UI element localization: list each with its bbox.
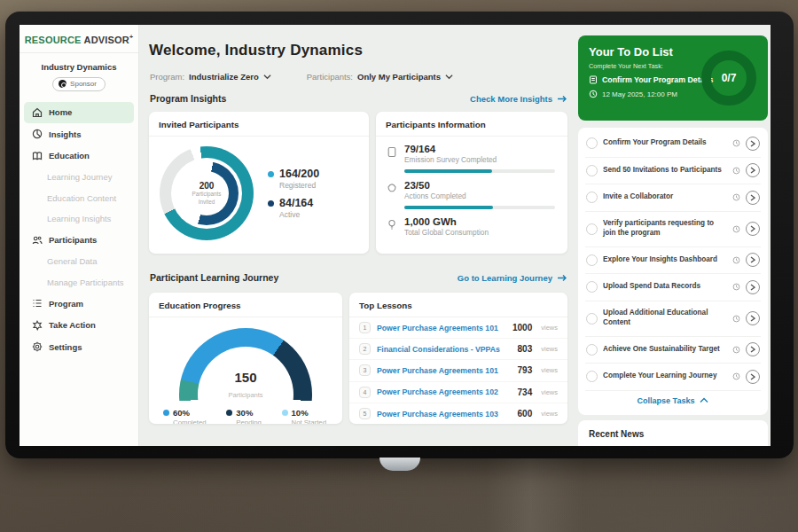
go-to-learning-journey-link[interactable]: Go to Learning Journey <box>458 273 567 283</box>
program-filter-value: Industrialize Zero <box>189 72 259 82</box>
task-checkbox[interactable] <box>586 137 598 149</box>
task-open-button[interactable] <box>746 253 760 267</box>
task-open-button[interactable] <box>746 222 760 236</box>
sidebar-item-insights[interactable]: Insights <box>24 123 134 145</box>
task-open-button[interactable] <box>746 191 760 205</box>
sidebar-nav: Home Insights Education Learning Journey… <box>20 102 138 358</box>
views-suffix: views <box>541 366 558 374</box>
sidebar-item-take-action[interactable]: Take Action <box>24 315 134 337</box>
chevron-down-icon <box>263 73 271 81</box>
lesson-views: 803 <box>518 344 533 354</box>
task-row[interactable]: Upload Spend Data Records <box>585 274 761 301</box>
task-row[interactable]: Complete Your Learning Journey <box>585 364 761 391</box>
lesson-rank: 1 <box>359 322 371 333</box>
sidebar-item-learning-journey[interactable]: Learning Journey <box>20 167 138 188</box>
task-open-button[interactable] <box>746 163 760 177</box>
page-title: Welcome, Industry Dynamics <box>149 42 363 59</box>
top-lessons-card: Top Lessons 1 Power Purchase Agreements … <box>349 293 567 424</box>
todo-task-list: Confirm Your Program Details Send 50 Inv… <box>578 128 768 415</box>
lesson-link[interactable]: Power Purchase Agreements 103 <box>377 410 512 419</box>
sponsor-badge[interactable]: Sponsor <box>52 77 106 91</box>
sidebar-item-program[interactable]: Program <box>24 293 134 315</box>
donut-center-label: 200 Participants Invited <box>186 173 227 214</box>
collapse-tasks-link[interactable]: Collapse Tasks <box>585 391 761 411</box>
pending-label: Pending <box>236 419 262 424</box>
task-checkbox[interactable] <box>586 371 598 382</box>
clock-icon <box>732 346 740 354</box>
task-checkbox[interactable] <box>586 313 598 325</box>
active-dot <box>268 200 274 207</box>
task-label: Explore Your Insights Dashboard <box>603 255 727 265</box>
todo-progress-ring: 0/7 <box>701 51 756 106</box>
list-icon <box>32 298 43 309</box>
participants-dropdown[interactable]: Participants: Only My Participants <box>307 72 453 82</box>
views-suffix: views <box>541 410 558 418</box>
task-row[interactable]: Achieve One Sustainability Target <box>585 337 761 364</box>
lesson-rank: 2 <box>359 343 371 355</box>
legend-registered: 164/200 Registered <box>268 168 319 190</box>
task-open-button[interactable] <box>746 342 760 356</box>
task-open-button[interactable] <box>746 280 760 294</box>
views-suffix: views <box>541 324 558 332</box>
org-name: Industry Dynamics <box>20 62 138 72</box>
task-row[interactable]: Confirm Your Program Details <box>585 130 761 158</box>
task-checkbox[interactable] <box>586 344 598 356</box>
task-label: Confirm Your Program Details <box>603 138 727 148</box>
lesson-link[interactable]: Financial Considerations - VPPAs <box>377 345 512 354</box>
task-checkbox[interactable] <box>586 281 598 293</box>
sidebar-item-label: Settings <box>49 342 82 352</box>
sidebar-item-learning-insights[interactable]: Learning Insights <box>20 208 138 230</box>
legend-completed: 60% Completed <box>163 408 207 424</box>
stat-global-consumption: 1,000 GWh Total Global Consumption <box>376 209 567 237</box>
sidebar-item-education[interactable]: Education <box>24 145 134 168</box>
program-dropdown[interactable]: Program: Industrialize Zero <box>150 72 271 82</box>
task-open-button[interactable] <box>746 311 760 325</box>
education-progress-card: Education Progress 150 Participants 60% … <box>149 293 342 424</box>
lesson-rank: 4 <box>359 387 371 398</box>
legend-not-started: 10% Not Started <box>282 408 326 424</box>
lesson-link[interactable]: Power Purchase Agreements 102 <box>377 387 512 396</box>
arrow-right-icon <box>557 274 567 282</box>
sidebar-item-label: Insights <box>49 129 81 139</box>
not-started-label: Not Started <box>292 419 326 424</box>
task-checkbox[interactable] <box>586 165 598 176</box>
invited-donut-chart: 200 Participants Invited <box>160 146 254 240</box>
actions-icon <box>387 182 397 194</box>
gauge-center-label: 150 Participants <box>179 370 312 401</box>
completed-value: 60% <box>173 408 190 418</box>
clipboard-icon <box>387 145 397 158</box>
todo-summary-card: Your To Do List Complete Your Next Task:… <box>578 35 768 121</box>
sidebar-item-general-data[interactable]: General Data <box>20 251 138 272</box>
lesson-link[interactable]: Power Purchase Agreements 101 <box>377 324 506 332</box>
task-row[interactable]: Upload Additional Educational Content <box>585 301 761 337</box>
stat-value: 1,000 GWh <box>404 216 489 227</box>
task-row[interactable]: Send 50 Invitations to Participants <box>585 158 761 185</box>
clock-icon <box>732 167 740 175</box>
task-row[interactable]: Explore Your Insights Dashboard <box>585 247 761 275</box>
task-checkbox[interactable] <box>586 192 598 203</box>
clock-icon <box>589 90 598 98</box>
sidebar-item-home[interactable]: Home <box>24 102 134 124</box>
sidebar-item-settings[interactable]: Settings <box>24 336 134 358</box>
sidebar-item-label: Education <box>49 151 90 160</box>
pie-chart-icon <box>32 129 43 139</box>
task-row[interactable]: Verify participants requesting to join t… <box>585 212 761 247</box>
sidebar-item-education-content[interactable]: Education Content <box>20 188 138 209</box>
active-value: 84/164 <box>279 197 313 209</box>
logo-text-secondary: ADVISOR <box>83 35 129 45</box>
task-open-button[interactable] <box>746 370 760 384</box>
registered-label: Registered <box>279 181 319 190</box>
task-checkbox[interactable] <box>586 223 598 235</box>
task-open-button[interactable] <box>746 137 760 151</box>
pending-dot <box>226 410 232 416</box>
task-row[interactable]: Invite a Collaborator <box>585 184 761 212</box>
lesson-link[interactable]: Power Purchase Agreements 101 <box>377 366 512 375</box>
check-more-insights-link[interactable]: Check More Insights <box>470 94 567 104</box>
task-label: Verify participants requesting to join t… <box>603 219 727 238</box>
todo-next-task-label: Confirm Your Program Details <box>602 75 713 84</box>
sidebar-item-participants[interactable]: Participants <box>24 230 134 252</box>
task-checkbox[interactable] <box>586 254 598 266</box>
task-label: Upload Spend Data Records <box>603 282 727 292</box>
legend-pending: 30% Pending <box>226 408 262 424</box>
sidebar-item-manage-participants[interactable]: Manage Participants <box>20 272 138 293</box>
